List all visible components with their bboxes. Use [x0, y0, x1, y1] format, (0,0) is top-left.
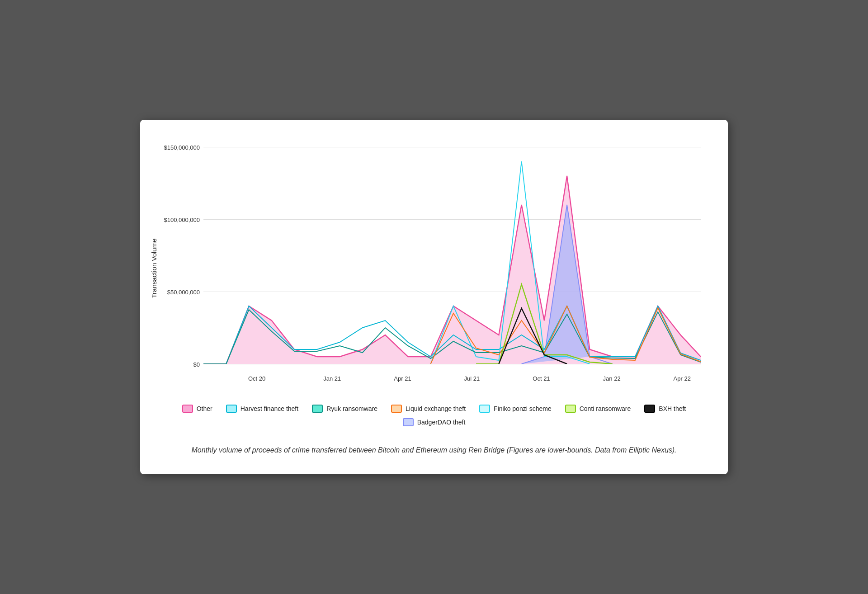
legend-label-other: Other [197, 405, 212, 412]
legend-label-liquid: Liquid exchange theft [406, 405, 466, 412]
legend-swatch-finiko [479, 405, 490, 413]
legend-item-badger: BadgerDAO theft [403, 418, 466, 426]
chart-svg [203, 147, 701, 364]
legend-swatch-liquid [391, 405, 402, 413]
x-label-apr22: Apr 22 [674, 375, 691, 382]
y-label-100: $100,000,000 [164, 217, 200, 223]
legend: Other Harvest finance theft Ryuk ransomw… [158, 400, 710, 431]
legend-swatch-bxh [644, 405, 655, 413]
legend-item-conti: Conti ransomware [565, 405, 631, 413]
chart-inner: $150,000,000 $100,000,000 $50,000,000 $0 [203, 147, 701, 364]
grid-line-0: $0 [203, 364, 701, 364]
x-label-jan21: Jan 21 [323, 375, 341, 382]
y-label-0: $0 [193, 361, 200, 368]
legend-label-finiko: Finiko ponzi scheme [494, 405, 552, 412]
chart-area: Transaction Volume $150,000,000 $100,000… [158, 138, 710, 391]
legend-swatch-harvest [226, 405, 237, 413]
legend-label-badger: BadgerDAO theft [417, 419, 466, 426]
x-label-oct20: Oct 20 [248, 375, 265, 382]
chart-card: Transaction Volume $150,000,000 $100,000… [140, 120, 728, 474]
x-label-oct21: Oct 21 [533, 375, 550, 382]
x-label-jan22: Jan 22 [603, 375, 621, 382]
chart-caption: Monthly volume of proceeds of crime tran… [158, 444, 710, 456]
x-axis-labels: Oct 20 Jan 21 Apr 21 Jul 21 Oct 21 Jan 2… [203, 375, 701, 382]
legend-label-conti: Conti ransomware [580, 405, 631, 412]
legend-item-other: Other [182, 405, 212, 413]
legend-swatch-other [182, 405, 193, 413]
x-label-jul21: Jul 21 [464, 375, 480, 382]
legend-label-ryuk: Ryuk ransomware [326, 405, 377, 412]
y-label-150: $150,000,000 [164, 144, 200, 151]
legend-label-bxh: BXH theft [659, 405, 686, 412]
x-label-apr21: Apr 21 [394, 375, 411, 382]
legend-item-harvest: Harvest finance theft [226, 405, 298, 413]
y-label-50: $50,000,000 [167, 289, 200, 296]
legend-swatch-conti [565, 405, 576, 413]
legend-item-bxh: BXH theft [644, 405, 686, 413]
y-axis-label: Transaction Volume [150, 239, 158, 298]
legend-item-finiko: Finiko ponzi scheme [479, 405, 552, 413]
legend-item-ryuk: Ryuk ransomware [312, 405, 377, 413]
legend-item-liquid: Liquid exchange theft [391, 405, 466, 413]
legend-swatch-ryuk [312, 405, 323, 413]
legend-label-harvest: Harvest finance theft [241, 405, 298, 412]
legend-swatch-badger [403, 418, 414, 426]
